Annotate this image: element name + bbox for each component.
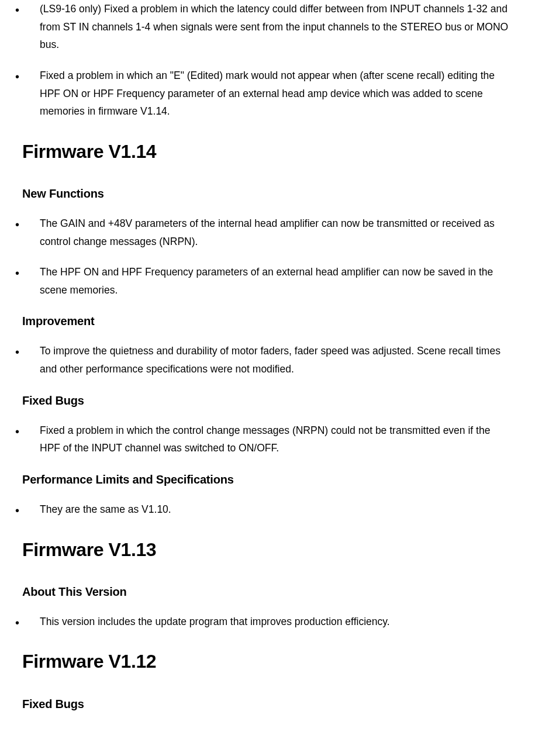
subheading-new-functions: New Functions — [22, 184, 513, 203]
subheading-about-v113: About This Version — [22, 582, 513, 601]
subheading-fixed-bugs-v112: Fixed Bugs — [22, 695, 513, 713]
list-item: The HPF ON and HPF Frequency parameters … — [22, 263, 513, 299]
performance-list: They are the same as V1.10. — [22, 500, 513, 519]
new-functions-list: The GAIN and +48V parameters of the inte… — [22, 215, 513, 299]
list-item: They are the same as V1.10. — [22, 500, 513, 519]
list-item: The GAIN and +48V parameters of the inte… — [22, 215, 513, 250]
about-list-v113: This version includes the update program… — [22, 613, 513, 631]
heading-v112: Firmware V1.12 — [22, 647, 513, 676]
heading-v114: Firmware V1.14 — [22, 137, 513, 167]
heading-v113: Firmware V1.13 — [22, 535, 513, 565]
fixed-bugs-list-v114: Fixed a problem in which the control cha… — [22, 422, 513, 457]
improvement-list: To improve the quietness and durability … — [22, 342, 513, 378]
document-content: (LS9-16 only) Fixed a problem in which t… — [6, 0, 529, 713]
subheading-improvement: Improvement — [22, 312, 513, 330]
initial-bug-list: (LS9-16 only) Fixed a problem in which t… — [22, 0, 513, 120]
list-item: To improve the quietness and durability … — [22, 342, 513, 378]
list-item: This version includes the update program… — [22, 613, 513, 631]
list-item: Fixed a problem in which an "E" (Edited)… — [22, 67, 513, 120]
list-item: (LS9-16 only) Fixed a problem in which t… — [22, 0, 513, 54]
subheading-fixed-bugs-v114: Fixed Bugs — [22, 391, 513, 410]
list-item: Fixed a problem in which the control cha… — [22, 422, 513, 457]
subheading-performance: Performance Limits and Specifications — [22, 470, 513, 489]
